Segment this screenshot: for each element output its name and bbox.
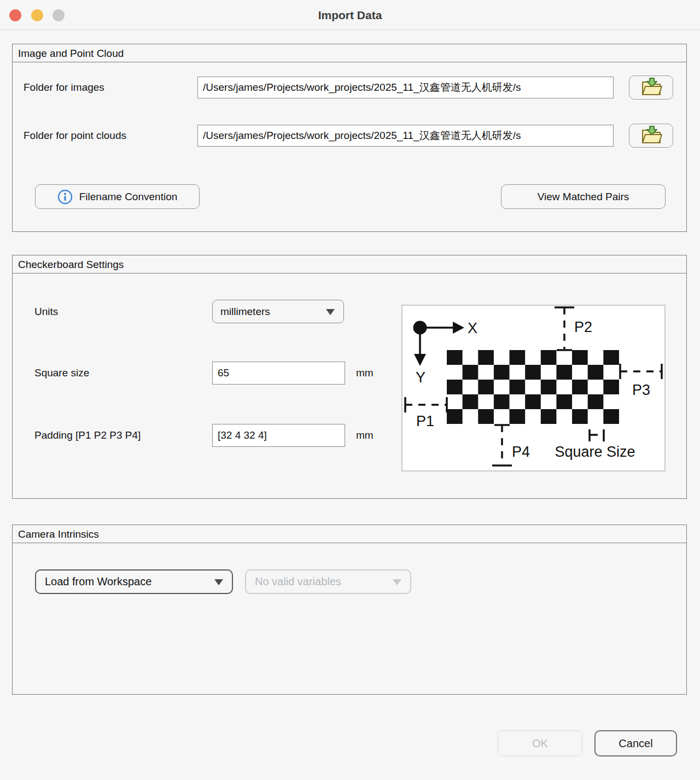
p3-label: P3 xyxy=(632,382,650,398)
section-title: Image and Point Cloud xyxy=(13,44,686,62)
intrinsics-variables-value: No valid variables xyxy=(246,575,341,588)
chevron-down-icon xyxy=(326,309,335,315)
window-title: Import Data xyxy=(0,0,700,30)
folder-images-input[interactable] xyxy=(197,77,614,98)
folder-point-clouds-label: Folder for point clouds xyxy=(24,125,126,147)
units-label: Units xyxy=(34,300,58,323)
folder-point-clouds-input[interactable] xyxy=(197,125,614,147)
cancel-button[interactable]: Cancel xyxy=(594,730,677,756)
chevron-down-icon xyxy=(393,579,401,585)
padding-label: Padding [P1 P2 P3 P4] xyxy=(34,424,141,447)
x-axis-label: X xyxy=(468,320,477,336)
browse-images-button[interactable] xyxy=(629,75,673,100)
square-size-input[interactable] xyxy=(212,362,345,385)
intrinsics-variables-dropdown[interactable]: No valid variables xyxy=(245,569,411,594)
section-title: Camera Intrinsics xyxy=(13,525,686,543)
folder-images-label: Folder for images xyxy=(24,77,104,98)
section-checkerboard-settings: Checkerboard Settings Units millimeters … xyxy=(12,255,687,499)
info-icon xyxy=(57,189,73,205)
units-dropdown[interactable]: millimeters xyxy=(212,300,344,323)
section-title: Checkerboard Settings xyxy=(13,255,686,273)
intrinsics-source-dropdown[interactable]: Load from Workspace xyxy=(35,569,233,594)
open-folder-icon xyxy=(639,77,663,98)
ok-button[interactable]: OK xyxy=(498,730,582,756)
open-folder-icon xyxy=(639,125,663,147)
import-data-dialog: Import Data Image and Point Cloud Folder… xyxy=(0,0,700,780)
square-size-unit-label: mm xyxy=(356,362,374,385)
section-camera-intrinsics: Camera Intrinsics Load from Workspace No… xyxy=(12,525,687,695)
padding-unit-label: mm xyxy=(356,424,374,447)
view-matched-pairs-label: View Matched Pairs xyxy=(538,191,629,203)
y-axis-label: Y xyxy=(416,369,425,386)
section-image-point-cloud: Image and Point Cloud Folder for images … xyxy=(12,44,687,232)
filename-convention-button[interactable]: Filename Convention xyxy=(35,184,200,209)
square-size-label: Square size xyxy=(34,362,89,385)
view-matched-pairs-button[interactable]: View Matched Pairs xyxy=(501,184,666,209)
chevron-down-icon xyxy=(214,579,223,585)
intrinsics-source-value: Load from Workspace xyxy=(36,575,151,588)
checkerboard-diagram: X Y P2 P3 P1 xyxy=(401,305,666,472)
filename-convention-label: Filename Convention xyxy=(79,191,178,203)
diagram-annotations: X Y P2 P3 P1 xyxy=(402,306,664,470)
units-dropdown-value: millimeters xyxy=(213,306,270,318)
browse-point-clouds-button[interactable] xyxy=(629,124,673,148)
p2-label: P2 xyxy=(574,319,592,335)
padding-input[interactable] xyxy=(212,424,345,447)
square-size-caption: Square Size xyxy=(555,444,635,460)
titlebar: Import Data xyxy=(0,0,700,30)
p1-label: P1 xyxy=(416,413,434,429)
p4-label: P4 xyxy=(512,444,530,460)
